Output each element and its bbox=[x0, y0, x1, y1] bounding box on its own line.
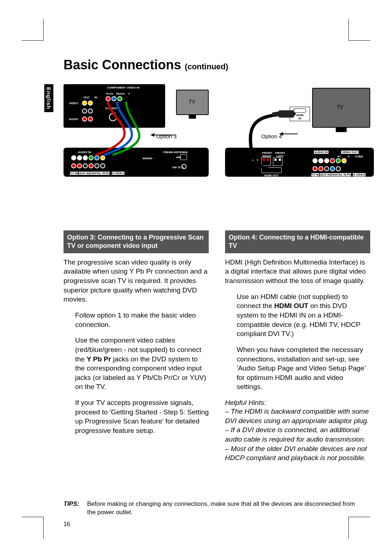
svg-marker-0 bbox=[151, 133, 154, 137]
jack-yellow-icon bbox=[88, 101, 93, 106]
jack-red-icon bbox=[313, 166, 318, 171]
hint-1: – The HDMI is backward compatible with s… bbox=[225, 407, 370, 425]
speaker-terminal-icon bbox=[261, 157, 271, 166]
label-svideo: S-VIDEO bbox=[353, 173, 366, 176]
jack-black-icon bbox=[100, 163, 105, 168]
jack-red-icon bbox=[330, 158, 335, 163]
step-marker-icon bbox=[225, 292, 232, 339]
label-digin: DIGITAL IN bbox=[331, 173, 347, 176]
hint-3: – Most of the older DVI enable devices a… bbox=[225, 444, 370, 463]
svideo-jack-icon bbox=[109, 113, 117, 121]
step-2: Use the component video cables (red/blue… bbox=[64, 336, 209, 392]
label-out: OUT bbox=[83, 96, 90, 99]
label-pbcb: Pb/Cb bbox=[116, 92, 124, 95]
tv-label: TV bbox=[189, 99, 195, 105]
jack-black-icon bbox=[94, 163, 99, 168]
label-y: Y bbox=[348, 155, 350, 158]
label-fmam: FM/AM ANTENNA bbox=[163, 151, 188, 154]
jack-black-icon bbox=[324, 166, 329, 171]
label-hdmi-in: HDMI IN bbox=[290, 114, 310, 120]
jack-icon bbox=[77, 155, 82, 160]
step-1: Follow option 1 to make the basic video … bbox=[64, 311, 209, 329]
label-sub: SUB bbox=[252, 159, 258, 162]
jack-red-icon bbox=[71, 163, 76, 168]
tips-row: TIPS: Before making or changing any conn… bbox=[64, 500, 365, 517]
label-hdmi-out: HDMI OUT bbox=[264, 174, 279, 177]
hdmi-out-port-icon bbox=[261, 167, 282, 173]
jack-black-icon bbox=[88, 108, 93, 114]
am-jack-icon bbox=[180, 154, 187, 160]
label-svideo2: S-VIDEO bbox=[112, 172, 124, 175]
step-3-text: If your TV accepts progressive signals, … bbox=[75, 398, 209, 435]
svg-marker-2 bbox=[272, 111, 279, 116]
language-tab: English bbox=[44, 84, 53, 112]
step-2b: Y Pb Pr bbox=[87, 355, 111, 363]
step-3: If your TV accepts progressive signals, … bbox=[64, 398, 209, 435]
option-4-header: Option 4: Connecting to a HDMI-compatibl… bbox=[225, 230, 370, 253]
label-svideo: S-VIDEO bbox=[105, 107, 117, 110]
step-1r: Use an HDMI cable (not supplied) to conn… bbox=[225, 292, 370, 339]
jack-red-icon bbox=[77, 163, 82, 168]
step-marker-icon bbox=[64, 398, 71, 435]
crop-mark bbox=[22, 19, 44, 41]
jack-yellow-icon bbox=[342, 158, 347, 163]
jack-green-icon bbox=[117, 96, 122, 101]
hints-title: Helpful Hints: bbox=[225, 399, 370, 407]
label-prcr: Pr/Cr bbox=[106, 92, 114, 95]
step-1-text: Follow option 1 to make the basic video … bbox=[75, 311, 209, 329]
label-video-out: VIDEO OUT bbox=[341, 151, 359, 154]
label-tvin: TV IN bbox=[70, 172, 78, 175]
step-marker-icon bbox=[64, 336, 71, 392]
jack-black-icon bbox=[82, 108, 87, 114]
label-digin: DIGITAL IN bbox=[90, 172, 105, 175]
tv-stand-icon bbox=[336, 128, 347, 132]
option-3-header: Option 3: Connecting to a Progressive Sc… bbox=[64, 230, 209, 253]
jack-icon bbox=[324, 158, 329, 163]
step-2r: When you have completed the necessary co… bbox=[225, 345, 370, 392]
tv-rear-panel: COMPONENT VIDEO IN Pr/Cr Pb/Cb Y OUT IN … bbox=[64, 84, 165, 128]
jack-blue-icon bbox=[94, 155, 99, 160]
option-4-intro: HDMI (High Definition Multimedia Interfa… bbox=[225, 258, 370, 286]
label-mains: MAINS ~ bbox=[143, 157, 155, 160]
title-sub: (continued) bbox=[185, 62, 228, 71]
jack-black-icon bbox=[336, 166, 341, 171]
label-y: Y bbox=[128, 92, 130, 95]
label-component: COMPONENT VIDEO IN bbox=[107, 86, 139, 89]
jack-green-icon bbox=[89, 155, 94, 160]
jack-yellow-icon bbox=[100, 155, 105, 160]
jack-icon bbox=[83, 155, 88, 160]
jack-red-icon bbox=[318, 166, 323, 171]
crop-mark bbox=[348, 517, 370, 538]
label-auxin: AUX IN bbox=[320, 173, 331, 176]
label-pb: Pb bbox=[347, 173, 351, 176]
label-audio-in: AUDIO IN bbox=[78, 151, 91, 154]
label-cvbs: CVBS bbox=[355, 155, 363, 158]
title-main: Basic Connections bbox=[64, 57, 181, 72]
page-title: Basic Connections (continued) bbox=[64, 57, 228, 73]
label-tvin: TV IN bbox=[311, 173, 319, 176]
jack-red-icon bbox=[106, 96, 111, 101]
label-am: AM bbox=[176, 156, 180, 159]
diagram-option-4: TV HDMI IN Option 4 FRONT RIGHT FRONT LE… bbox=[225, 84, 374, 179]
step-2-text: Use the component video cables (red/blue… bbox=[75, 336, 209, 392]
label-pb: Pb bbox=[105, 172, 110, 175]
jack-green-icon bbox=[336, 158, 341, 163]
crop-mark bbox=[348, 19, 370, 41]
hint-2: – If a DVI device is connected, an addit… bbox=[225, 425, 370, 444]
label-audio-in: AUDIO IN bbox=[314, 151, 328, 154]
step-1r-text: Use an HDMI cable (not supplied) to conn… bbox=[237, 292, 370, 339]
jack-blue-icon bbox=[111, 96, 117, 101]
jack-icon bbox=[71, 155, 76, 160]
jack-yellow-icon bbox=[82, 101, 87, 106]
dvd-rear-panel: FRONT RIGHT FRONT LEFT SUB HDMI OUT AUDI… bbox=[225, 148, 374, 177]
jack-red-icon bbox=[82, 116, 87, 122]
option-3-intro: The progressive scan video quality is on… bbox=[64, 258, 209, 304]
tv-label: TV bbox=[337, 104, 343, 110]
hdmi-slot-icon bbox=[294, 108, 306, 113]
jack-blue-icon bbox=[330, 166, 335, 171]
jack-icon bbox=[313, 158, 318, 163]
crop-mark bbox=[22, 517, 44, 538]
step-1rb: HDMI OUT bbox=[274, 302, 309, 310]
step-marker-icon bbox=[225, 345, 232, 392]
speaker-terminal-icon bbox=[273, 157, 282, 166]
